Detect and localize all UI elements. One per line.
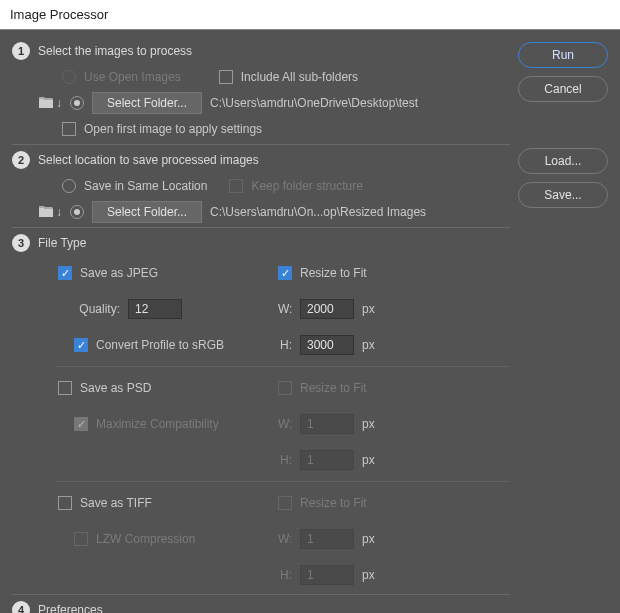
select-dest-folder-button[interactable]: Select Folder... <box>92 201 202 223</box>
input-jpeg-height[interactable] <box>300 335 354 355</box>
row-use-open-images: Use Open Images Include All sub-folders <box>12 66 510 88</box>
jpeg-group: Save as JPEG Quality: Convert Profile to… <box>12 258 510 360</box>
section-filetype: 3 File Type Save as JPEG Quality: <box>12 234 510 595</box>
label-convert-srgb: Convert Profile to sRGB <box>96 338 224 352</box>
input-tiff-height <box>300 565 354 585</box>
label-use-open-images: Use Open Images <box>84 70 181 84</box>
source-path: C:\Users\amdru\OneDrive\Desktop\test <box>210 96 418 110</box>
unit-jpeg-w: px <box>362 302 375 316</box>
checkbox-tiff-resize[interactable] <box>278 496 292 510</box>
input-psd-height <box>300 450 354 470</box>
label-max-compat: Maximize Compatibility <box>96 417 219 431</box>
step-badge-1: 1 <box>12 42 30 60</box>
left-panel: 1 Select the images to process Use Open … <box>12 42 518 613</box>
checkbox-keep-structure[interactable] <box>229 179 243 193</box>
section-3-title: File Type <box>38 236 86 250</box>
label-quality: Quality: <box>70 302 120 316</box>
row-dest-folder: ↓ Select Folder... C:\Users\amdru\On...o… <box>12 201 510 223</box>
radio-save-same-location[interactable] <box>62 179 76 193</box>
right-panel: Run Cancel Load... Save... <box>518 42 608 613</box>
divider-jpeg-psd <box>56 366 510 367</box>
window-title: Image Processor <box>10 7 108 22</box>
image-processor-dialog: Image Processor 1 Select the images to p… <box>0 0 620 613</box>
label-save-same: Save in Same Location <box>84 179 207 193</box>
row-open-first: Open first image to apply settings <box>12 118 510 140</box>
label-jpeg-w: W: <box>278 302 292 316</box>
unit-psd-h: px <box>362 453 375 467</box>
label-psd-h: H: <box>278 453 292 467</box>
divider-1 <box>12 144 510 145</box>
load-button[interactable]: Load... <box>518 148 608 174</box>
browse-dest-icon[interactable]: ↓ <box>38 205 62 219</box>
radio-use-open-images[interactable] <box>62 70 76 84</box>
label-jpeg-resize: Resize to Fit <box>300 266 367 280</box>
label-lzw: LZW Compression <box>96 532 195 546</box>
unit-jpeg-h: px <box>362 338 375 352</box>
save-button[interactable]: Save... <box>518 182 608 208</box>
label-keep-structure: Keep folder structure <box>251 179 362 193</box>
checkbox-convert-srgb[interactable] <box>74 338 88 352</box>
divider-psd-tiff <box>56 481 510 482</box>
content-area: 1 Select the images to process Use Open … <box>0 30 620 613</box>
divider-3 <box>12 594 510 595</box>
checkbox-save-tiff[interactable] <box>58 496 72 510</box>
step-badge-4: 4 <box>12 601 30 613</box>
unit-psd-w: px <box>362 417 375 431</box>
checkbox-include-subfolders[interactable] <box>219 70 233 84</box>
row-save-same: Save in Same Location Keep folder struct… <box>12 175 510 197</box>
divider-2 <box>12 227 510 228</box>
run-button[interactable]: Run <box>518 42 608 68</box>
step-badge-2: 2 <box>12 151 30 169</box>
label-psd-resize: Resize to Fit <box>300 381 367 395</box>
label-open-first: Open first image to apply settings <box>84 122 262 136</box>
section-preferences: 4 Preferences Run Action: Default Action… <box>12 601 510 613</box>
label-save-jpeg: Save as JPEG <box>80 266 158 280</box>
radio-dest-folder[interactable] <box>70 205 84 219</box>
section-2-title: Select location to save processed images <box>38 153 259 167</box>
label-tiff-resize: Resize to Fit <box>300 496 367 510</box>
section-1-title: Select the images to process <box>38 44 192 58</box>
tiff-group: Save as TIFF LZW Compression Resize to F… <box>12 488 510 590</box>
unit-tiff-w: px <box>362 532 375 546</box>
label-include-subfolders: Include All sub-folders <box>241 70 358 84</box>
psd-group: Save as PSD Maximize Compatibility Resiz… <box>12 373 510 475</box>
dest-path: C:\Users\amdru\On...op\Resized Images <box>210 205 426 219</box>
label-psd-w: W: <box>278 417 292 431</box>
input-tiff-width <box>300 529 354 549</box>
input-psd-width <box>300 414 354 434</box>
input-jpeg-quality[interactable] <box>128 299 182 319</box>
step-badge-3: 3 <box>12 234 30 252</box>
section-4-title: Preferences <box>38 603 103 613</box>
cancel-button[interactable]: Cancel <box>518 76 608 102</box>
checkbox-jpeg-resize[interactable] <box>278 266 292 280</box>
section-3-header: 3 File Type <box>12 234 510 252</box>
unit-tiff-h: px <box>362 568 375 582</box>
section-4-header: 4 Preferences <box>12 601 510 613</box>
label-save-psd: Save as PSD <box>80 381 151 395</box>
section-1-header: 1 Select the images to process <box>12 42 510 60</box>
titlebar: Image Processor <box>0 0 620 30</box>
checkbox-save-psd[interactable] <box>58 381 72 395</box>
row-source-folder: ↓ Select Folder... C:\Users\amdru\OneDri… <box>12 92 510 114</box>
browse-source-icon[interactable]: ↓ <box>38 96 62 110</box>
radio-source-folder[interactable] <box>70 96 84 110</box>
checkbox-open-first[interactable] <box>62 122 76 136</box>
checkbox-lzw[interactable] <box>74 532 88 546</box>
input-jpeg-width[interactable] <box>300 299 354 319</box>
label-save-tiff: Save as TIFF <box>80 496 152 510</box>
section-source: 1 Select the images to process Use Open … <box>12 42 510 145</box>
section-destination: 2 Select location to save processed imag… <box>12 151 510 228</box>
label-tiff-h: H: <box>278 568 292 582</box>
label-jpeg-h: H: <box>278 338 292 352</box>
checkbox-max-compat[interactable] <box>74 417 88 431</box>
select-source-folder-button[interactable]: Select Folder... <box>92 92 202 114</box>
section-2-header: 2 Select location to save processed imag… <box>12 151 510 169</box>
label-tiff-w: W: <box>278 532 292 546</box>
checkbox-psd-resize[interactable] <box>278 381 292 395</box>
checkbox-save-jpeg[interactable] <box>58 266 72 280</box>
